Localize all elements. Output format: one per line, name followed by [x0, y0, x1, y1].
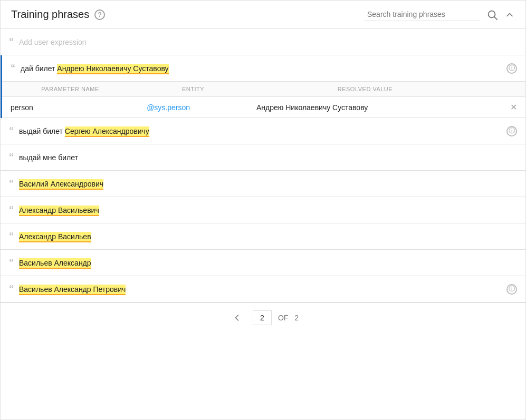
resolved-value-cell: Андрею Николаевичу Суставову — [248, 97, 482, 118]
entity-tag: @sys.person — [147, 103, 190, 112]
header: Training phrases ? — [1, 1, 525, 29]
prev-page-button[interactable] — [227, 312, 246, 323]
phrase-highlighted-text: Васильев Александр — [19, 258, 91, 269]
info-circle-icon: ⓘ — [506, 63, 517, 74]
phrase-row-3[interactable]: “ выдай мне билет — [1, 144, 525, 171]
phrase-text-8: Васильев Александр Петрович — [19, 285, 501, 294]
phrase-row-8[interactable]: “ Васильев Александр Петрович ⓘ — [1, 276, 525, 302]
quote-icon: “ — [9, 257, 14, 268]
phrase-text-5: Александр Васильевич — [19, 206, 517, 214]
phrase-highlighted-text: Василий Александрович — [19, 179, 103, 190]
info-circle-icon: ⓘ — [506, 126, 517, 136]
info-circle-icon: ⓘ — [506, 284, 517, 295]
actions-header — [482, 82, 525, 97]
svg-line-1 — [494, 17, 497, 19]
phrase-section-1: “ дай билет Андрею Николаевичу Суставову… — [1, 55, 525, 118]
phrase-info-button-2[interactable]: ⓘ — [506, 126, 517, 136]
phrase-text-6: Александр Васильев — [19, 232, 517, 241]
quote-icon: “ — [9, 36, 14, 47]
phrase-row-2[interactable]: “ выдай билет Сергею Александровичу ⓘ — [1, 118, 525, 144]
phrase-text-2: выдай билет Сергею Александровичу — [19, 127, 501, 135]
phrase-text-7: Васильев Александр — [19, 259, 517, 267]
phrase-text-1: дай билет Андрею Николаевичу Суставову — [21, 64, 501, 73]
quote-icon: “ — [9, 204, 14, 216]
phrase-highlighted-text: Александр Васильев — [19, 232, 91, 242]
quote-icon: “ — [9, 178, 14, 189]
phrase-plain-text: выдай мне билет — [19, 153, 78, 162]
phrase-row-5[interactable]: “ Александр Васильевич — [1, 197, 525, 223]
phrase-row-7[interactable]: “ Васильев Александр — [1, 250, 525, 276]
page-title: Training phrases — [11, 8, 89, 21]
phrase-info-button-1[interactable]: ⓘ — [506, 63, 517, 74]
param-name-header: PARAMETER NAME — [2, 82, 138, 97]
delete-param-button[interactable]: ✕ — [510, 102, 517, 112]
phrase-text-3: выдай мне билет — [19, 153, 517, 162]
param-table-header: PARAMETER NAME ENTITY RESOLVED VALUE — [2, 82, 525, 97]
quote-icon: “ — [11, 63, 15, 74]
phrase-highlighted-text: Васильев Александр Петрович — [19, 285, 126, 295]
pagination: OF 2 — [1, 302, 525, 333]
search-input[interactable] — [364, 8, 480, 21]
delete-cell: ✕ — [482, 97, 525, 118]
param-name-cell: person — [2, 97, 138, 118]
quote-icon: “ — [9, 231, 14, 242]
entity-cell: @sys.person — [138, 97, 248, 118]
phrase-plain-text: выдай билет — [19, 127, 65, 135]
quote-icon: “ — [9, 284, 14, 295]
phrase-highlighted-text: Сергею Александровичу — [65, 126, 149, 137]
phrase-row-1[interactable]: “ дай билет Андрею Николаевичу Суставову… — [2, 55, 525, 82]
param-data-row-1: person @sys.person Андрею Николаевичу Су… — [2, 97, 525, 118]
add-expression-placeholder: Add user expression — [19, 38, 87, 46]
header-left: Training phrases ? — [11, 8, 105, 21]
param-table-1: PARAMETER NAME ENTITY RESOLVED VALUE per… — [2, 82, 525, 118]
phrase-row-6[interactable]: “ Александр Васильев — [1, 223, 525, 250]
phrase-plain-text: дай билет — [21, 64, 57, 73]
phrase-highlighted-text: Андрею Николаевичу Суставову — [57, 64, 168, 74]
resolved-value-header: RESOLVED VALUE — [248, 82, 482, 97]
help-icon[interactable]: ? — [94, 9, 105, 20]
entity-header: ENTITY — [138, 82, 248, 97]
phrase-info-button-8[interactable]: ⓘ — [506, 284, 517, 295]
total-pages: 2 — [294, 314, 299, 322]
add-expression-row[interactable]: “ Add user expression — [1, 29, 525, 55]
phrase-row-4[interactable]: “ Василий Александрович — [1, 171, 525, 197]
search-button[interactable] — [484, 9, 500, 21]
phrase-text-4: Василий Александрович — [19, 180, 517, 188]
page-of-label: OF — [278, 314, 288, 322]
phrase-highlighted-text: Александр Васильевич — [19, 206, 99, 216]
header-right — [364, 8, 515, 21]
quote-icon: “ — [9, 125, 14, 136]
quote-icon: “ — [9, 152, 14, 163]
current-page-input[interactable] — [253, 310, 272, 325]
collapse-button[interactable] — [504, 9, 515, 20]
